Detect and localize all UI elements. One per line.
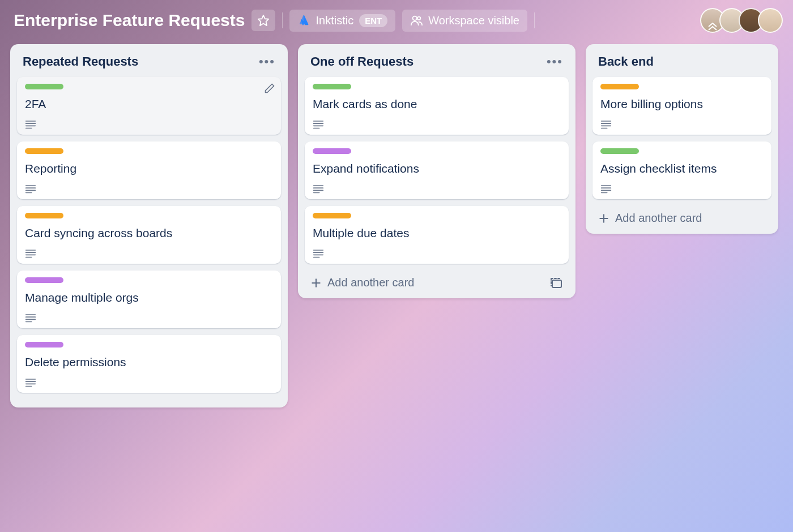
header-separator: [282, 12, 283, 28]
description-icon: [25, 312, 36, 323]
card-title: Expand notifications: [313, 162, 561, 175]
visibility-label: Workspace visible: [428, 14, 519, 27]
chevrons-up-icon: [707, 23, 718, 31]
add-card-button[interactable]: Add another card: [305, 271, 569, 290]
header-separator: [534, 12, 535, 28]
card-title: Reporting: [25, 162, 273, 175]
description-icon: [313, 183, 324, 194]
card-badges: [313, 248, 561, 258]
ellipsis-icon: •••: [259, 54, 275, 69]
avatar[interactable]: [758, 8, 783, 33]
card[interactable]: 2FA: [17, 77, 281, 135]
description-icon: [25, 248, 36, 258]
card[interactable]: Manage multiple orgs: [17, 271, 281, 328]
pencil-icon[interactable]: [264, 83, 275, 94]
card-badges: [25, 377, 273, 387]
card-title: 2FA: [25, 97, 273, 111]
list-back-end: Back end More billing options Assign che…: [586, 44, 778, 234]
card-template-icon[interactable]: [549, 277, 563, 289]
list-one-off-requests: One off Requests ••• Mark cards as done …: [298, 44, 575, 298]
star-icon: [257, 14, 270, 27]
card-title: Assign checklist items: [600, 162, 764, 175]
plus-icon: [598, 213, 609, 224]
list-header: One off Requests •••: [305, 51, 569, 77]
card-label[interactable]: [25, 342, 63, 347]
list-title[interactable]: Back end: [598, 54, 654, 69]
card-label[interactable]: [313, 213, 351, 218]
add-card-label: Add another card: [615, 212, 702, 225]
list-repeated-requests: Repeated Requests ••• 2FA Reporting: [10, 44, 288, 407]
card[interactable]: Multiple due dates: [305, 206, 569, 264]
card-label[interactable]: [313, 84, 351, 89]
card-badges: [600, 183, 764, 194]
svg-point-2: [417, 17, 421, 20]
list-title[interactable]: One off Requests: [310, 54, 413, 69]
description-icon: [25, 377, 36, 387]
card-badges: [25, 248, 273, 258]
list-header: Repeated Requests •••: [17, 51, 281, 77]
list-header: Back end: [592, 51, 771, 77]
workspace-button[interactable]: Inktistic ENT: [289, 10, 395, 32]
card-label[interactable]: [600, 148, 639, 154]
svg-point-1: [413, 16, 417, 20]
workspace-tier-badge: ENT: [359, 14, 387, 27]
plus-icon: [310, 277, 322, 289]
svg-rect-37: [552, 280, 561, 288]
card[interactable]: Mark cards as done: [305, 77, 569, 135]
description-icon: [600, 183, 612, 194]
description-icon: [600, 119, 612, 129]
card-title: Mark cards as done: [313, 97, 561, 111]
visibility-button[interactable]: Workspace visible: [402, 10, 527, 32]
card-title: More billing options: [600, 97, 764, 111]
star-button[interactable]: [251, 10, 275, 31]
card-badges: [25, 119, 273, 129]
atlassian-logo-icon: [297, 14, 310, 27]
description-icon: [313, 248, 324, 258]
card-title: Card syncing across boards: [25, 226, 273, 240]
card-label[interactable]: [313, 148, 351, 154]
board-canvas: Repeated Requests ••• 2FA Reporting: [0, 41, 793, 419]
list-menu-button[interactable]: •••: [259, 54, 275, 69]
card-label[interactable]: [25, 277, 63, 283]
card[interactable]: Assign checklist items: [592, 141, 771, 199]
board-header: Enterprise Feature Requests Inktistic EN…: [0, 0, 793, 41]
card-label[interactable]: [25, 148, 63, 154]
ellipsis-icon: •••: [547, 54, 563, 69]
svg-marker-0: [258, 15, 268, 25]
list-menu-button[interactable]: •••: [547, 54, 563, 69]
card-badges: [313, 119, 561, 129]
card[interactable]: Card syncing across boards: [17, 206, 281, 264]
card[interactable]: Delete permissions: [17, 335, 281, 393]
card-title: Multiple due dates: [313, 226, 561, 240]
card-title: Delete permissions: [25, 355, 273, 369]
card-badges: [25, 312, 273, 323]
add-card-button[interactable]: Add another card: [592, 206, 771, 226]
people-icon: [410, 14, 423, 27]
card-label[interactable]: [25, 213, 63, 218]
card-label[interactable]: [25, 84, 63, 89]
description-icon: [25, 183, 36, 194]
card-badges: [600, 119, 764, 129]
card[interactable]: More billing options: [592, 77, 771, 135]
board-title[interactable]: Enterprise Feature Requests: [14, 11, 245, 30]
card-badges: [313, 183, 561, 194]
list-title[interactable]: Repeated Requests: [23, 54, 138, 69]
member-avatars: [700, 8, 783, 33]
workspace-name: Inktistic: [316, 14, 353, 27]
card[interactable]: Reporting: [17, 141, 281, 199]
card-title: Manage multiple orgs: [25, 291, 273, 304]
description-icon: [25, 119, 36, 129]
add-card-label: Add another card: [327, 276, 414, 289]
card[interactable]: Expand notifications: [305, 141, 569, 199]
card-badges: [25, 183, 273, 194]
card-label[interactable]: [600, 84, 639, 89]
description-icon: [313, 119, 324, 129]
